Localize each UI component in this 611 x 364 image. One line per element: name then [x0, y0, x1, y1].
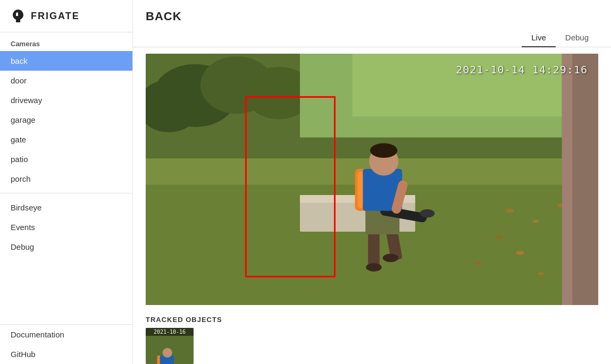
svg-point-13: [516, 251, 524, 255]
sidebar-item-driveway[interactable]: driveway: [0, 90, 132, 110]
sidebar-item-gate[interactable]: gate: [0, 130, 132, 149]
tab-debug[interactable]: Debug: [556, 29, 598, 47]
camera-feed-bg: 2021-10-14 14:29:16: [146, 54, 598, 305]
sidebar-item-debug[interactable]: Debug: [0, 237, 132, 257]
svg-point-11: [496, 235, 503, 239]
sidebar-item-back[interactable]: back: [0, 51, 132, 71]
svg-point-14: [474, 261, 482, 265]
svg-point-24: [383, 253, 399, 262]
sidebar-item-events[interactable]: Events: [0, 217, 132, 237]
tab-live[interactable]: Live: [522, 29, 556, 47]
sidebar-item-garage[interactable]: garage: [0, 110, 132, 130]
page-title: BACK: [146, 10, 182, 23]
main-header: BACK: [133, 0, 611, 29]
app-logo: FRIGATE: [0, 0, 132, 32]
thumbnail-timestamp: 2021-10-16: [146, 328, 194, 336]
svg-point-30: [420, 209, 435, 218]
main-content: BACK Live Debug: [133, 0, 611, 364]
tab-bar: Live Debug: [133, 29, 611, 47]
sidebar-bottom: Documentation GitHub: [0, 324, 132, 364]
sidebar-item-birdseye[interactable]: Birdseye: [0, 198, 132, 217]
sidebar-item-documentation[interactable]: Documentation: [0, 325, 132, 344]
sidebar-item-github[interactable]: GitHub: [0, 344, 132, 364]
svg-point-10: [533, 219, 539, 223]
sidebar-item-door[interactable]: door: [0, 71, 132, 90]
tracked-object-thumbnail[interactable]: 2021-10-16: [146, 328, 194, 364]
camera-scene-svg: [146, 54, 598, 305]
tracked-objects-header: TRACKED OBJECTS: [133, 311, 611, 328]
svg-point-15: [538, 272, 544, 275]
svg-rect-20: [562, 54, 573, 305]
detection-bounding-box: [245, 96, 336, 277]
camera-timestamp: 2021-10-14 14:29:16: [456, 63, 588, 76]
svg-point-23: [366, 263, 382, 272]
camera-container: 2021-10-14 14:29:16: [146, 54, 598, 305]
sidebar: FRIGATE Cameras back door driveway garag…: [0, 0, 133, 364]
svg-point-41: [163, 348, 172, 358]
app-name: FRIGATE: [31, 11, 80, 22]
sidebar-item-patio[interactable]: patio: [0, 149, 132, 169]
svg-point-34: [370, 143, 397, 158]
sidebar-item-porch[interactable]: porch: [0, 169, 132, 189]
sidebar-divider: [0, 193, 132, 193]
svg-point-9: [505, 209, 514, 213]
cameras-section-label: Cameras: [0, 32, 132, 51]
frigate-logo-icon: [11, 9, 26, 23]
tracked-objects-list: 2021-10-16: [133, 328, 611, 364]
